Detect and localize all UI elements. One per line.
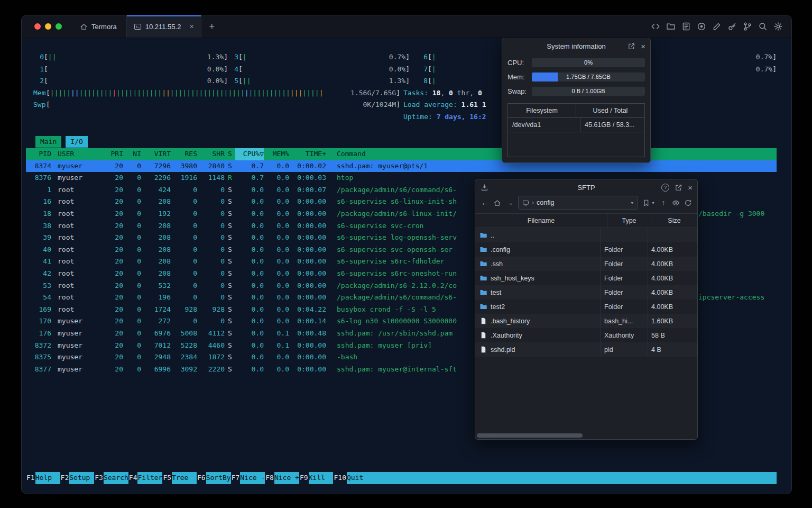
column-header-res[interactable]: RES bbox=[171, 148, 197, 160]
bracket: ] bbox=[772, 64, 777, 76]
column-header-pid[interactable]: PID bbox=[26, 148, 51, 160]
fkey-help[interactable]: F1Help bbox=[26, 472, 60, 484]
cpu-id: 3 bbox=[233, 51, 238, 64]
file-row[interactable]: .bash_historybash_hi...1.60KB bbox=[475, 314, 697, 328]
fkey-tree[interactable]: F5Tree bbox=[162, 472, 197, 484]
new-tab-button[interactable]: + bbox=[201, 21, 223, 32]
swap-label: Swp bbox=[33, 99, 46, 111]
type-column-header[interactable]: Type bbox=[607, 214, 651, 228]
process-pri: 20 bbox=[99, 220, 123, 232]
back-icon[interactable]: ← bbox=[481, 198, 489, 207]
process-ni: 0 bbox=[123, 244, 141, 256]
close-window-button[interactable] bbox=[34, 23, 41, 30]
file-row[interactable]: ssh_host_keysFolder4.00KB bbox=[475, 271, 697, 285]
transfers-icon[interactable] bbox=[481, 184, 488, 192]
mem-meter: Mem[||||||||||||||||||||||||||||||||||||… bbox=[26, 87, 400, 99]
file-row[interactable]: .XauthorityXauthority58 B bbox=[475, 328, 697, 342]
code-icon[interactable] bbox=[651, 22, 660, 31]
process-res: 3980 bbox=[171, 160, 197, 173]
size-column-header[interactable]: Size bbox=[651, 214, 697, 228]
edit-icon[interactable] bbox=[712, 22, 722, 31]
file-row[interactable]: .sshFolder4.00KB bbox=[475, 257, 697, 271]
process-time: 0:00.00 bbox=[289, 256, 326, 268]
fkey-nice-[interactable]: F7Nice - bbox=[231, 472, 265, 484]
zoom-window-button[interactable] bbox=[56, 23, 62, 30]
search-icon[interactable] bbox=[758, 22, 768, 31]
tab-home[interactable]: Termora bbox=[70, 15, 126, 38]
help-icon[interactable]: ? bbox=[661, 184, 669, 192]
column-header-time[interactable]: TIME+ bbox=[289, 148, 326, 160]
fkey-search[interactable]: F3Search bbox=[94, 472, 128, 484]
forward-icon[interactable]: → bbox=[505, 198, 514, 207]
process-res: 0 bbox=[171, 184, 197, 196]
file-row[interactable]: test2Folder4.00KB bbox=[475, 300, 697, 314]
htop-tab-i-o[interactable]: I/O bbox=[66, 136, 87, 148]
open-in-window-icon[interactable] bbox=[628, 42, 635, 50]
file-row[interactable]: .configFolder4.00KB bbox=[475, 242, 697, 257]
process-res: 0 bbox=[171, 268, 197, 280]
log-icon[interactable] bbox=[681, 22, 691, 31]
column-header-s[interactable]: S bbox=[225, 148, 235, 160]
open-in-window-icon[interactable] bbox=[675, 184, 682, 192]
tab-session[interactable]: 10.211.55.2 × bbox=[126, 15, 201, 38]
column-header-cpu[interactable]: CPU%▽ bbox=[235, 148, 264, 160]
fkey-quit[interactable]: F10Quit bbox=[333, 472, 371, 484]
column-header-pri[interactable]: PRI bbox=[99, 148, 123, 160]
swap-meter: Swp[0K/1024M] bbox=[26, 99, 400, 111]
process-time: 0:00.00 bbox=[289, 208, 326, 220]
sftp-titlebar: SFTP ? × bbox=[475, 179, 697, 195]
close-tab-icon[interactable]: × bbox=[189, 23, 193, 30]
htop-tab-main[interactable]: Main bbox=[35, 136, 61, 148]
record-icon[interactable] bbox=[697, 22, 706, 31]
column-header-mem[interactable]: MEM% bbox=[264, 148, 289, 160]
file-row[interactable]: .. bbox=[475, 228, 697, 242]
process-ni: 0 bbox=[123, 364, 141, 376]
process-pid: 170 bbox=[26, 315, 51, 328]
process-s: S bbox=[225, 220, 235, 232]
key-icon[interactable] bbox=[727, 22, 737, 31]
process-s: S bbox=[225, 292, 235, 304]
process-user: myuser bbox=[58, 340, 99, 352]
file-row[interactable]: sshd.pidpid4 B bbox=[475, 342, 697, 357]
bracket: ] bbox=[224, 75, 228, 87]
process-res: 0 bbox=[171, 220, 197, 232]
filename-column-header[interactable]: Filename bbox=[475, 214, 607, 228]
process-shr: 0 bbox=[197, 196, 225, 208]
fkey-kill[interactable]: F9Kill bbox=[299, 472, 334, 484]
process-cpu: 0.0 bbox=[235, 232, 264, 244]
column-header-ni[interactable]: NI bbox=[123, 148, 141, 160]
process-virt: 2296 bbox=[141, 172, 171, 184]
minimize-window-button[interactable] bbox=[45, 23, 51, 30]
fkey-sortby[interactable]: F6SortBy bbox=[197, 472, 231, 484]
process-cmd-fragment: /basedir -g 3000 bbox=[698, 208, 764, 220]
file-type: Folder bbox=[601, 300, 648, 314]
function-key-bar: F1HelpF2SetupF3SearchF4FilterF5TreeF6Sor… bbox=[26, 472, 777, 484]
file-name-cell: .. bbox=[475, 228, 601, 242]
fkey-filter[interactable]: F4Filter bbox=[128, 472, 163, 484]
fkey-setup[interactable]: F2Setup bbox=[60, 472, 95, 484]
process-row[interactable]: 8374myuser200729639802840S0.70.00:00.02s… bbox=[26, 160, 777, 173]
column-header-shr[interactable]: SHR bbox=[197, 148, 225, 160]
close-panel-icon[interactable]: × bbox=[688, 184, 693, 192]
process-ni: 0 bbox=[123, 280, 141, 292]
fkey-nice-+[interactable]: F8Nice + bbox=[265, 472, 299, 484]
process-shr: 0 bbox=[197, 280, 225, 292]
process-table-header: PIDUSERPRINIVIRTRESSHRSCPU%▽MEM%TIME+Com… bbox=[26, 148, 777, 160]
path-breadcrumb-field[interactable]: › config ▼ bbox=[518, 196, 638, 210]
home-directory-icon[interactable] bbox=[493, 199, 501, 207]
parent-directory-icon[interactable]: ↑ bbox=[659, 198, 668, 207]
column-header-user[interactable]: USER bbox=[58, 148, 99, 160]
column-header-virt[interactable]: VIRT bbox=[141, 148, 171, 160]
filesystem-row[interactable]: /dev/vda1 45.61GB / 58.3... bbox=[508, 118, 644, 132]
close-panel-icon[interactable]: × bbox=[641, 42, 645, 50]
horizontal-scrollbar[interactable] bbox=[477, 433, 583, 438]
folder-icon[interactable] bbox=[666, 22, 676, 31]
settings-icon[interactable] bbox=[773, 22, 783, 31]
file-name-cell: test bbox=[475, 285, 601, 300]
refresh-icon[interactable] bbox=[684, 199, 692, 207]
show-hidden-files-icon[interactable] bbox=[672, 199, 680, 207]
file-row[interactable]: testFolder4.00KB bbox=[475, 285, 697, 300]
path-dropdown-icon[interactable]: ▼ bbox=[630, 201, 634, 205]
bookmarks-control[interactable]: ▼ bbox=[642, 199, 655, 207]
branch-icon[interactable] bbox=[743, 22, 752, 31]
